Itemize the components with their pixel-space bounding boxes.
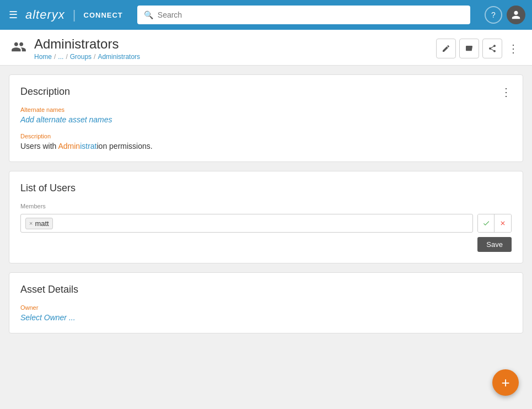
app-logo: alteryx xyxy=(25,8,65,22)
avatar-icon xyxy=(511,10,521,20)
page-title: Administrators xyxy=(34,36,436,52)
app-header: ☰ alteryx | CONNECT 🔍 ? xyxy=(0,0,532,30)
breadcrumb-home[interactable]: Home xyxy=(34,53,52,61)
header-divider: | xyxy=(73,8,76,22)
menu-icon[interactable]: ☰ xyxy=(7,7,20,23)
share-icon xyxy=(488,44,497,53)
breadcrumb-groups[interactable]: Groups xyxy=(70,53,92,61)
asset-details-header: Asset Details xyxy=(20,284,512,295)
description-title: Description xyxy=(20,86,70,98)
check-icon xyxy=(482,219,490,227)
users-card-header: List of Users xyxy=(20,182,512,194)
description-menu-button[interactable]: ⋮ xyxy=(501,87,512,98)
asset-details-card: Asset Details Owner Select Owner ... xyxy=(9,272,523,333)
members-validate-buttons xyxy=(477,214,512,233)
users-card: List of Users Members × matt xyxy=(9,171,523,263)
avatar[interactable] xyxy=(507,6,525,24)
save-button[interactable]: Save xyxy=(477,237,512,252)
member-tag-remove[interactable]: × xyxy=(29,220,33,227)
validate-x-button[interactable] xyxy=(495,214,511,232)
save-row: Save xyxy=(20,237,512,252)
page-header: Administrators Home / ... / Groups / Adm… xyxy=(0,30,532,66)
alternate-names-value[interactable]: Add alternate asset names xyxy=(20,115,512,124)
member-tag-text: matt xyxy=(35,219,49,228)
owner-label: Owner xyxy=(20,304,512,311)
users-title: List of Users xyxy=(20,182,76,194)
description-label: Description xyxy=(20,133,512,139)
edit-icon xyxy=(442,44,450,53)
search-bar[interactable]: 🔍 xyxy=(137,6,470,24)
administrators-icon xyxy=(11,39,26,58)
description-text: Users with Administration permissions. xyxy=(20,142,512,150)
x-icon xyxy=(499,220,506,227)
help-icon: ? xyxy=(491,10,496,19)
alternate-names-label: Alternate names xyxy=(20,106,512,113)
breadcrumb-current: Administrators xyxy=(98,53,140,61)
description-card-header: Description ⋮ xyxy=(20,86,512,98)
comment-button[interactable] xyxy=(459,39,479,58)
owner-value[interactable]: Select Owner ... xyxy=(20,313,512,322)
help-button[interactable]: ? xyxy=(485,6,502,24)
page-header-text: Administrators Home / ... / Groups / Adm… xyxy=(34,36,436,61)
members-input-container[interactable]: × matt xyxy=(20,214,473,233)
search-input[interactable] xyxy=(158,10,464,19)
comment-icon xyxy=(465,44,474,53)
description-highlight-istrat: istrat xyxy=(80,142,96,150)
breadcrumb-sep-2: / xyxy=(66,53,67,61)
members-input-row: × matt xyxy=(20,214,512,233)
edit-button[interactable] xyxy=(436,39,456,58)
share-button[interactable] xyxy=(482,39,502,58)
search-icon: 🔍 xyxy=(144,10,153,19)
page-actions: ⋮ xyxy=(436,39,521,58)
breadcrumb-ellipsis[interactable]: ... xyxy=(58,53,63,61)
main-content: Description ⋮ Alternate names Add altern… xyxy=(0,66,532,342)
member-tag-matt: × matt xyxy=(25,218,53,229)
more-options-button[interactable]: ⋮ xyxy=(506,40,521,57)
breadcrumb: Home / ... / Groups / Administrators xyxy=(34,53,436,61)
header-icons: ? xyxy=(485,6,525,24)
validate-check-button[interactable] xyxy=(478,214,495,232)
breadcrumb-sep-1: / xyxy=(54,53,56,61)
asset-details-title: Asset Details xyxy=(20,284,78,295)
members-label: Members xyxy=(20,203,512,209)
breadcrumb-sep-3: / xyxy=(94,53,95,61)
description-highlight-admin: Admin xyxy=(58,142,80,150)
description-card: Description ⋮ Alternate names Add altern… xyxy=(9,74,523,162)
header-connect: CONNECT xyxy=(84,11,123,19)
